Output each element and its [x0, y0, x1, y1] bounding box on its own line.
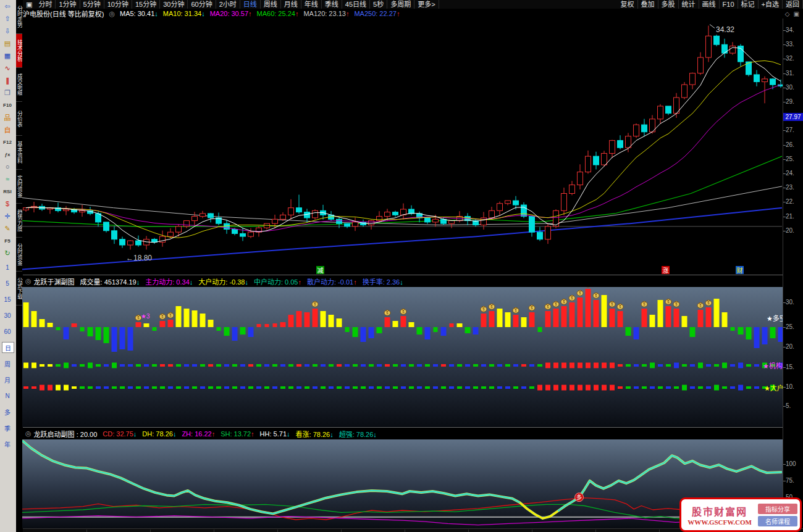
money-icon[interactable]: $	[0, 197, 15, 210]
refresh-icon[interactable]: ↻	[0, 247, 15, 259]
up-arrow-icon[interactable]: ⇧	[0, 12, 15, 25]
period-季[interactable]: 季	[0, 420, 15, 436]
collapse-icon[interactable]: ◎	[25, 277, 32, 285]
period-5[interactable]: 5	[0, 275, 15, 291]
menu-item-+自选[interactable]: +自选	[759, 0, 783, 9]
ma-field-MA10: MA10: 31.34↓	[163, 10, 205, 17]
moneybag-icon: $	[513, 308, 519, 314]
period-15[interactable]: 15	[0, 291, 15, 307]
period-周[interactable]: 周	[0, 355, 15, 372]
mid-panel-header: ◎龙跃于渊副图成交量: 451374.19↓主力动力: 0.34↓大户动力: -…	[23, 275, 783, 287]
bot-field-SH: SH: 13.72↑	[221, 430, 254, 438]
period-日[interactable]: 日	[2, 342, 14, 353]
axis-divider	[783, 19, 783, 528]
window-mini-icon[interactable]: ▣	[794, 10, 799, 17]
moneybag-icon: $	[577, 291, 583, 296]
bottom-panel-header: ◎龙跃启动副图 : 20.00CD: 32.75↓DH: 78.26↓ZH: 1…	[23, 427, 783, 439]
mid-field-大户动力: 大户动力: -0.38↓	[198, 276, 248, 286]
collapse-icon[interactable]: ◎	[109, 10, 115, 18]
pencil-icon[interactable]: ✎	[0, 222, 15, 235]
ma-field-MA5: MA5: 30.41↓	[120, 10, 158, 17]
field-arrow-icon: ↓	[133, 430, 137, 438]
moneybag-icon: $	[665, 299, 671, 305]
main-axis-label: 20.	[786, 227, 794, 234]
menu-item-更多>[interactable]: 更多>	[414, 0, 439, 9]
quote-report-icon[interactable]: ▤	[0, 37, 15, 49]
grid-table-icon[interactable]: ▦	[0, 49, 15, 62]
menu-item-15分钟[interactable]: 15分钟	[132, 0, 160, 9]
collapse-icon[interactable]: ◎	[25, 430, 32, 438]
field-arrow-icon: ↓	[190, 278, 193, 286]
back-arrow-icon[interactable]: ⇦	[0, 0, 15, 12]
structure-icon[interactable]: 品	[0, 111, 15, 123]
menu-item-复权[interactable]: 复权	[618, 0, 638, 9]
diamond-icon[interactable]: ◇	[785, 10, 790, 17]
menu-item-F10[interactable]: F10	[720, 0, 738, 9]
wave-icon[interactable]: ≈	[0, 173, 15, 185]
f12-icon[interactable]: F12	[0, 136, 15, 148]
period-N[interactable]: N	[0, 388, 15, 404]
menu-item-叠加[interactable]: 叠加	[638, 0, 658, 9]
menu-item-多周期[interactable]: 多周期	[387, 0, 414, 9]
f5-icon[interactable]: F5	[0, 235, 15, 247]
menu-item-分时[interactable]: 分时	[35, 0, 56, 9]
menu-item-1分钟[interactable]: 1分钟	[56, 0, 80, 9]
period-年[interactable]: 年	[0, 436, 15, 452]
multi-pane-icon[interactable]: ❐	[0, 86, 15, 99]
menu-item-月线[interactable]: 月线	[281, 0, 301, 9]
main-axis-label: 33.	[786, 41, 794, 48]
duokong-label: ★多空	[767, 314, 783, 322]
watermark-url: WWW.GSCFW.COM	[681, 518, 758, 526]
menu-item-5分钟[interactable]: 5分钟	[80, 0, 104, 9]
menu-item-2小时[interactable]: 2小时	[216, 0, 240, 9]
ma-field-MA120: MA120: 23.13↑	[303, 10, 349, 17]
move-icon[interactable]: ✛	[0, 210, 15, 222]
formula-icon[interactable]: ƒx	[0, 148, 15, 160]
menu-right-group: 复权叠加多股统计画线F10标记+自选返回	[618, 0, 803, 9]
menu-item-日线[interactable]: 日线	[240, 0, 261, 9]
volume-power-panel[interactable]: $$$$$$$$$$$$$$$$$$$$$$$$★3★多空★机构★大户	[22, 287, 783, 427]
mid-axis-label: 25.	[786, 323, 794, 330]
field-arrow-icon: ↓	[173, 430, 177, 438]
circle-icon[interactable]: ○	[0, 160, 15, 173]
period-1[interactable]: 1	[0, 259, 15, 275]
svg-text:多: 多	[576, 494, 582, 501]
trend-line-icon[interactable]: ∿	[0, 62, 15, 74]
menu-item-年线[interactable]: 年线	[301, 0, 322, 9]
f10-icon[interactable]: F10	[0, 99, 15, 111]
zixuan-icon[interactable]: 自	[0, 123, 15, 136]
moneybag-icon: $	[673, 302, 679, 307]
menu-item-画线[interactable]: 画线	[699, 0, 720, 9]
main-axis-label: 32.	[786, 55, 794, 62]
moneybag-icon: $	[167, 313, 174, 318]
mid-axis-label: 15.	[786, 364, 794, 370]
menu-item-周线[interactable]: 周线	[261, 0, 281, 9]
menu-item-5秒[interactable]: 5秒	[370, 0, 387, 9]
menu-item-统计[interactable]: 统计	[679, 0, 699, 9]
menu-item-标记[interactable]: 标记	[738, 0, 759, 9]
launch-indicator-panel[interactable]: 多	[22, 439, 783, 528]
menu-item-返回[interactable]: 返回	[783, 0, 803, 9]
candles	[23, 26, 784, 250]
period-多[interactable]: 多	[0, 404, 15, 420]
moneybag-icon: $	[384, 310, 390, 316]
period-30[interactable]: 30	[0, 307, 15, 323]
kline-icon[interactable]: ❚	[0, 74, 15, 86]
main-candlestick-chart[interactable]: ←18.8034.32减涨财	[22, 19, 783, 274]
window-icon[interactable]: ▣	[23, 1, 35, 9]
menu-item-季线[interactable]: 季线	[322, 0, 342, 9]
moneybag-icon: $	[617, 304, 623, 310]
menu-item-60分钟[interactable]: 60分钟	[188, 0, 216, 9]
menu-item-45日线[interactable]: 45日线	[342, 0, 370, 9]
down-arrow-icon[interactable]: ⇩	[0, 25, 15, 37]
ma-field-MA250: MA250: 22.27↑	[354, 10, 400, 17]
menu-item-多股[interactable]: 多股	[658, 0, 679, 9]
period-60[interactable]: 60	[0, 323, 15, 339]
moneybag-icon: $	[593, 293, 599, 299]
rsi-icon[interactable]: RSI	[0, 185, 15, 197]
menu-item-10分钟[interactable]: 10分钟	[104, 0, 132, 9]
mid-axis-label: 10.	[786, 383, 794, 390]
period-月[interactable]: 月	[0, 372, 15, 388]
field-arrow-icon: ↓	[245, 278, 248, 286]
menu-item-30分钟[interactable]: 30分钟	[160, 0, 188, 9]
